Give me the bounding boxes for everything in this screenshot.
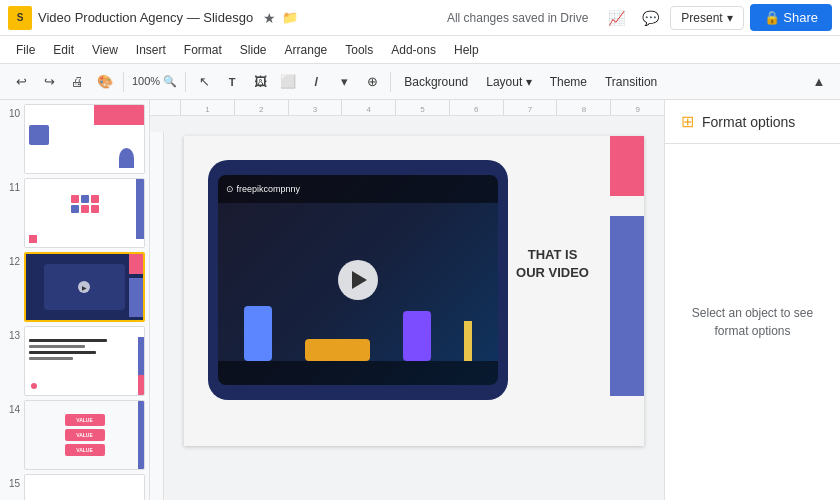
present-button[interactable]: Present ▾ [670,6,743,30]
format-panel-icon: ⊞ [681,112,694,131]
video-brand-text: ⊙ freepikcompnny [226,184,300,194]
scene-person-right [403,311,431,361]
background-button[interactable]: Background [396,69,476,95]
slide-number: 13 [4,326,24,341]
ruler-bar: 1 2 3 4 5 6 7 8 9 [150,100,664,116]
menu-format[interactable]: Format [176,40,230,60]
theme-button[interactable]: Theme [542,69,595,95]
play-button[interactable] [338,260,378,300]
divider-2 [185,72,186,92]
shapes-tool[interactable]: ⬜ [275,69,301,95]
menu-bar: File Edit View Insert Format Slide Arran… [0,36,840,64]
undo-button[interactable]: ↩ [8,69,34,95]
slide-item[interactable]: 10 [4,104,145,174]
ruler-mark: 2 [234,100,288,115]
text-tool[interactable]: T [219,69,245,95]
saved-status: All changes saved in Drive [447,11,588,25]
menu-insert[interactable]: Insert [128,40,174,60]
slide-canvas[interactable]: ⊙ freepikcompnny [184,136,644,446]
slide-thumbnail[interactable] [24,178,145,248]
paint-format-button[interactable]: 🎨 [92,69,118,95]
slide-thumbnail[interactable]: VALUE VALUE VALUE [24,400,145,470]
canvas-area[interactable]: ⊙ freepikcompnny [150,116,664,500]
slide-number: 11 [4,178,24,193]
slide-area-wrapper: 1 2 3 4 5 6 7 8 9 [150,100,664,500]
slide-number: 14 [4,400,24,415]
print-button[interactable]: 🖨 [64,69,90,95]
ruler-mark: 7 [503,100,557,115]
scene-lamp [464,321,472,361]
ruler-mark: 1 [180,100,234,115]
format-panel-title: Format options [702,114,795,130]
ruler-mark: 4 [341,100,395,115]
menu-tools[interactable]: Tools [337,40,381,60]
video-inner: ⊙ freepikcompnny [218,175,498,385]
slide-thumbnail-active[interactable]: ▶ [24,252,145,322]
ruler-mark: 3 [288,100,342,115]
slide-item[interactable]: 15 [4,474,145,500]
format-panel-hint: Select an object to see format options [685,304,820,340]
purple-accent-rect [610,216,644,396]
star-icon[interactable]: ★ [263,10,276,26]
ruler-mark: 5 [395,100,449,115]
video-container[interactable]: ⊙ freepikcompnny [208,160,508,400]
ruler-mark: 6 [449,100,503,115]
menu-view[interactable]: View [84,40,126,60]
slide-item[interactable]: 14 VALUE VALUE VALUE [4,400,145,470]
divider-3 [390,72,391,92]
app-logo: S [8,6,32,30]
format-panel-header: ⊞ Format options [665,100,840,144]
menu-edit[interactable]: Edit [45,40,82,60]
ruler-mark: 8 [556,100,610,115]
main-area: 10 [0,100,840,500]
menu-file[interactable]: File [8,40,43,60]
slide-thumbnail[interactable] [24,326,145,396]
slide-text-line1: THAT IS [516,246,589,264]
more-tool[interactable]: ⊕ [359,69,385,95]
slide-item[interactable]: 13 [4,326,145,396]
pink-accent-rect [610,136,644,196]
left-ruler [150,132,164,500]
video-bottom-bar [218,361,498,385]
ruler-mark: 9 [610,100,664,115]
comment-icon-btn[interactable]: 💬 [636,4,664,32]
menu-addons[interactable]: Add-ons [383,40,444,60]
select-tool[interactable]: ↖ [191,69,217,95]
transition-button[interactable]: Transition [597,69,665,95]
slide-text-line2: OUR VIDEO [516,264,589,282]
redo-button[interactable]: ↪ [36,69,62,95]
document-title[interactable]: Video Production Agency — Slidesgo [38,10,253,25]
divider-1 [123,72,124,92]
image-tool[interactable]: 🖼 [247,69,273,95]
format-panel: ⊞ Format options Select an object to see… [664,100,840,500]
format-panel-body: Select an object to see format options [665,144,840,500]
menu-slide[interactable]: Slide [232,40,275,60]
slide-thumbnail[interactable] [24,104,145,174]
menu-help[interactable]: Help [446,40,487,60]
slide-thumbnail[interactable] [24,474,145,500]
slide-number: 12 [4,252,24,267]
slides-panel[interactable]: 10 [0,100,150,500]
slide-number: 15 [4,474,24,489]
zoom-button[interactable]: 100% 🔍 [129,69,180,95]
extra-tool[interactable]: ▾ [331,69,357,95]
play-triangle-icon [352,271,367,289]
present-label: Present [681,11,722,25]
share-button[interactable]: 🔒 Share [750,4,832,31]
video-top-bar: ⊙ freepikcompnny [218,175,498,203]
line-tool[interactable]: / [303,69,329,95]
collapse-toolbar-button[interactable]: ▲ [806,69,832,95]
folder-icon[interactable]: 📁 [282,10,298,25]
share-label: 🔒 Share [764,10,818,25]
menu-arrange[interactable]: Arrange [277,40,336,60]
slide-background: ⊙ freepikcompnny [184,136,644,446]
slide-number: 10 [4,104,24,119]
trending-icon-btn[interactable]: 📈 [602,4,630,32]
slide-text-block[interactable]: THAT IS OUR VIDEO [516,246,589,282]
top-bar: S Video Production Agency — Slidesgo ★ 📁… [0,0,840,36]
slide-item[interactable]: 11 [4,178,145,248]
slide-item-active[interactable]: 12 ▶ [4,252,145,322]
layout-button[interactable]: Layout ▾ [478,69,539,95]
toolbar: ↩ ↪ 🖨 🎨 100% 🔍 ↖ T 🖼 ⬜ / ▾ ⊕ Background … [0,64,840,100]
present-dropdown-icon: ▾ [727,11,733,25]
